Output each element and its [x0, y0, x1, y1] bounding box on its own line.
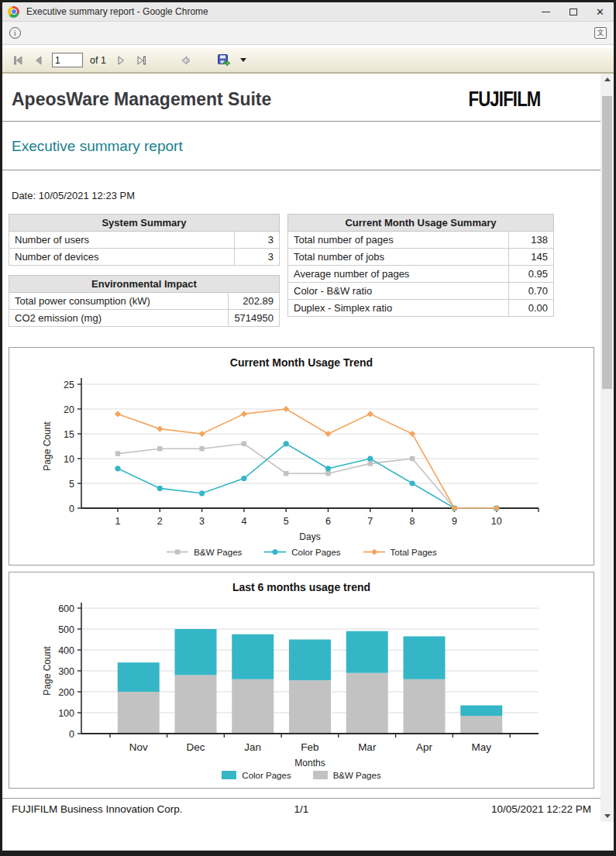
monthly-usage-bar-chart: 0100200300400500600NovDecJanFebMarAprMay…	[15, 595, 588, 768]
svg-text:5: 5	[284, 516, 289, 527]
svg-text:Months: Months	[294, 758, 325, 768]
previous-page-icon	[33, 55, 44, 66]
svg-text:Jan: Jan	[244, 741, 261, 753]
svg-text:8: 8	[410, 516, 415, 527]
legend-label: Color Pages	[291, 548, 340, 557]
report-header: ApeosWare Management Suite FUJIFILM	[2, 74, 601, 112]
svg-text:25: 25	[64, 380, 74, 390]
svg-text:Mar: Mar	[358, 741, 377, 753]
fujifilm-logo: FUJIFILM	[468, 88, 540, 112]
row-value: 145	[509, 249, 554, 266]
data-table: System SummaryNumber of users3Number of …	[9, 214, 280, 266]
svg-text:Nov: Nov	[129, 741, 148, 753]
row-label: Color - B&W ratio	[288, 283, 509, 300]
legend-label: B&W Pages	[333, 771, 381, 780]
row-label: Number of users	[9, 232, 235, 249]
vertical-scrollbar[interactable]	[601, 74, 614, 822]
table-title: Current Month Usage Summary	[288, 215, 554, 232]
title-bar: Executive summary report - Google Chrome…	[2, 2, 614, 21]
translate-icon[interactable]: 文	[594, 27, 607, 39]
row-value: 202.89	[229, 293, 280, 310]
svg-text:1: 1	[115, 516, 121, 527]
export-dropdown-caret[interactable]	[240, 58, 246, 62]
usage-trend-chart-box: Current Month Usage Trend 05101520251234…	[9, 347, 594, 566]
maximize-button[interactable]	[559, 2, 587, 21]
page-count-label: of 1	[90, 55, 106, 66]
table-title: Environmental Impact	[9, 276, 280, 293]
row-value: 5714950	[229, 310, 280, 327]
report-date: Date: 10/05/2021 12:23 PM	[2, 170, 601, 201]
scroll-down-icon	[604, 814, 611, 818]
report-title: Executive summary report	[2, 122, 601, 155]
table-row: Duplex - Simplex ratio0.00	[288, 300, 554, 317]
report-footer: FUJIFILM Business Innovation Corp. 1/1 1…	[2, 798, 601, 815]
svg-text:Page Count: Page Count	[42, 646, 53, 696]
first-page-button[interactable]	[10, 53, 26, 68]
svg-text:10: 10	[64, 454, 74, 465]
legend-label: Color Pages	[242, 771, 291, 780]
legend-item: B&W Pages	[313, 770, 381, 780]
svg-text:2: 2	[157, 516, 163, 527]
legend-swatch	[222, 770, 237, 780]
table-title: System Summary	[9, 215, 280, 232]
page-number-input[interactable]	[52, 53, 83, 67]
svg-text:600: 600	[58, 603, 74, 614]
scroll-up-icon	[604, 77, 611, 81]
back-arrow-icon	[179, 54, 191, 67]
last-page-icon	[136, 55, 147, 66]
next-page-icon	[115, 55, 126, 66]
first-page-icon	[12, 55, 23, 66]
svg-text:Dec: Dec	[186, 741, 205, 753]
legend-swatch	[363, 547, 386, 557]
legend-label: Total Pages	[391, 548, 437, 557]
svg-text:7: 7	[367, 516, 373, 527]
footer-datetime: 10/05/2021 12:22 PM	[308, 803, 591, 815]
legend-swatch	[313, 770, 329, 780]
close-icon: ✕	[596, 7, 604, 17]
row-label: Number of devices	[9, 249, 235, 266]
close-button[interactable]: ✕	[587, 2, 614, 21]
back-button[interactable]	[177, 53, 193, 68]
window-title: Executive summary report - Google Chrome	[26, 6, 532, 17]
usage-trend-chart-title: Current Month Usage Trend	[9, 348, 594, 369]
export-button[interactable]	[215, 53, 233, 68]
usage-trend-line-chart: 051015202512345678910DaysPage Count	[15, 370, 588, 545]
svg-text:15: 15	[64, 429, 74, 440]
report-page: ApeosWare Management Suite FUJIFILM Exec…	[2, 74, 601, 815]
footer-company: FUJIFILM Business Innovation Corp.	[12, 803, 294, 815]
svg-text:100: 100	[58, 708, 74, 719]
legend-label: B&W Pages	[194, 548, 242, 557]
legend-swatch	[166, 547, 189, 557]
svg-text:5: 5	[69, 479, 74, 490]
previous-page-button[interactable]	[31, 53, 46, 68]
scroll-up-button[interactable]	[601, 74, 614, 85]
svg-text:May: May	[471, 741, 491, 753]
svg-text:0: 0	[69, 729, 74, 740]
last-page-button[interactable]	[134, 53, 150, 68]
scrollbar-thumb[interactable]	[602, 96, 612, 389]
minimize-button[interactable]	[532, 2, 559, 21]
environmental-impact-table: Environmental ImpactTotal power consumpt…	[9, 275, 280, 327]
page-info-icon[interactable]: i	[9, 27, 21, 39]
next-page-button[interactable]	[113, 53, 129, 68]
legend-item: Color Pages	[222, 770, 291, 780]
table-row: Color - B&W ratio0.70	[288, 283, 554, 300]
table-row: Number of users3	[9, 232, 280, 249]
scroll-down-button[interactable]	[601, 810, 614, 822]
svg-text:500: 500	[58, 624, 74, 635]
report-content-area: ApeosWare Management Suite FUJIFILM Exec…	[2, 74, 614, 851]
footer-page-number: 1/1	[294, 803, 309, 815]
row-value: 3	[235, 232, 280, 249]
svg-text:0: 0	[69, 504, 74, 514]
row-value: 138	[509, 232, 554, 249]
row-label: Total power consumption (kW)	[9, 293, 229, 310]
svg-text:20: 20	[64, 404, 74, 415]
table-row: Average number of pages0.95	[288, 266, 554, 283]
legend-item: B&W Pages	[166, 547, 242, 557]
browser-window: Executive summary report - Google Chrome…	[0, 0, 616, 856]
svg-text:Feb: Feb	[301, 741, 318, 753]
svg-text:3: 3	[199, 516, 205, 527]
data-table: Environmental ImpactTotal power consumpt…	[9, 275, 280, 327]
chrome-icon	[8, 6, 19, 18]
svg-text:Days: Days	[299, 531, 320, 542]
